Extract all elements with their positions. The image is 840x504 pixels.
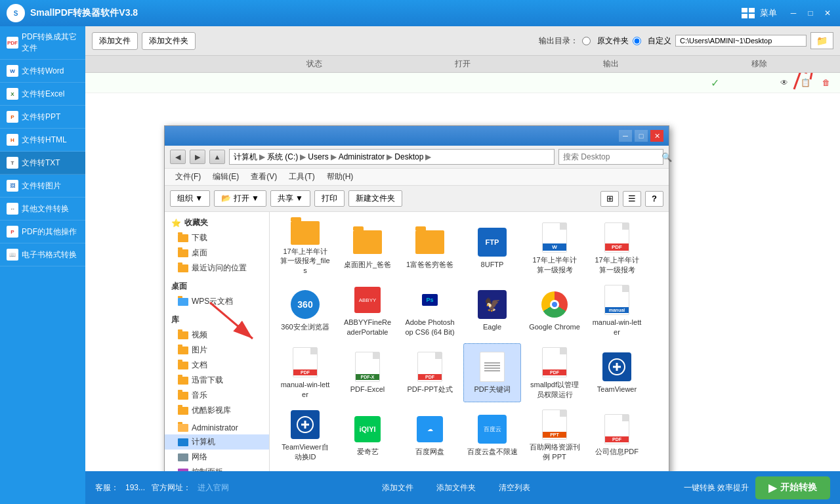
add-folder-toolbar-button[interactable]: 添加文件夹 — [142, 32, 196, 50]
radio-original-input[interactable] — [582, 37, 591, 45]
menu-help[interactable]: 帮助(H) — [322, 170, 359, 184]
menu-label[interactable]: 菜单 — [760, 7, 777, 19]
view-grid-button[interactable]: ⊞ — [600, 191, 619, 207]
menu-view[interactable]: 查看(V) — [245, 170, 282, 184]
pdf-icon: PDF — [601, 222, 633, 253]
list-item[interactable]: 1富爸爸穷爸爸 — [401, 219, 459, 278]
sidebar-item-youku[interactable]: 优酷影视库 — [165, 403, 269, 418]
start-convert-button[interactable]: ▶ 开始转换 — [755, 476, 830, 499]
list-item[interactable]: 🎬 屏幕录像专家 — [463, 468, 521, 471]
list-item[interactable]: 🦅 Eagle — [463, 281, 521, 340]
add-file-toolbar-button[interactable]: 添加文件 — [92, 32, 138, 50]
radio-custom[interactable]: 自定义 — [633, 35, 671, 47]
sidebar-item-pdf-convert[interactable]: PDF PDF转换成其它文件 — [0, 26, 85, 60]
sidebar-item-administrator[interactable]: Administrator — [165, 421, 269, 434]
list-item[interactable]: TeamViewer — [588, 343, 646, 402]
radio-original[interactable]: 原文件夹 — [582, 35, 629, 47]
list-item[interactable]: PDF PDF-PPT处式 — [401, 343, 459, 402]
dialog-maximize-button[interactable]: □ — [635, 130, 648, 142]
list-item[interactable]: 360 360安全浏览器 — [276, 281, 334, 340]
search-input[interactable] — [563, 152, 662, 161]
sidebar-item-desktop[interactable]: 桌面 — [165, 245, 269, 261]
sidebar-item-wps[interactable]: WPS云文档 — [165, 294, 269, 309]
favorites-label: 收藏夹 — [184, 217, 208, 228]
view-list-button[interactable]: ☰ — [623, 191, 641, 207]
back-button[interactable]: ◀ — [170, 150, 186, 164]
search-box[interactable]: 🔍 — [558, 149, 663, 165]
minimize-button[interactable]: ─ — [788, 7, 799, 19]
sidebar-item-video[interactable]: 视频 — [165, 327, 269, 343]
add-folder-bottom-button[interactable]: 添加文件夹 — [427, 479, 486, 497]
list-item[interactable]: PPT 百助网络资源刊例 PPT — [526, 406, 583, 465]
help-icon[interactable]: ? — [645, 191, 663, 207]
official-site-link[interactable]: 进入官网 — [198, 482, 229, 494]
sidebar-item-documents[interactable]: 文档 — [165, 358, 269, 373]
dialog-minimize-button[interactable]: ─ — [619, 130, 632, 142]
organize-button[interactable]: 组织 ▼ — [170, 190, 210, 207]
list-item[interactable]: PDF-X PDF-Excel — [339, 343, 396, 402]
sidebar-item-other[interactable]: ↔ 其他文件转换 — [0, 198, 85, 220]
open-button[interactable]: 📂 打开 ▼ — [214, 190, 266, 207]
list-item[interactable]: ☁ 百度网盘 — [401, 406, 459, 465]
list-item[interactable]: TeamViewer自动换ID — [276, 406, 334, 465]
browse-folder-button[interactable]: 📁 — [810, 32, 833, 49]
sidebar-item-word[interactable]: W 文件转Word — [0, 60, 85, 83]
list-item[interactable]: PDF 公司信息PDF — [588, 406, 646, 465]
list-item[interactable]: W 17年上半年计算一级报考 — [526, 219, 583, 278]
list-item[interactable]: 桌面图片_爸爸 — [339, 219, 396, 278]
list-item[interactable]: KPDF 金山PDF独立版 — [276, 468, 334, 471]
sidebar-item-downloads[interactable]: 下载 — [165, 230, 269, 245]
sidebar-item-excel[interactable]: X 文件转Excel — [0, 83, 85, 106]
sidebar-item-html[interactable]: H 文件转HTML — [0, 129, 85, 152]
sidebar-item-music[interactable]: 音乐 — [165, 388, 269, 403]
menu-tools[interactable]: 工具(T) — [284, 170, 320, 184]
new-folder-button[interactable]: 新建文件夹 — [348, 190, 402, 207]
list-item[interactable]: 🎵 酷狗音乐 — [339, 468, 396, 471]
radio-custom-input[interactable] — [633, 37, 641, 45]
list-item[interactable]: FTP 8UFTP — [463, 219, 521, 278]
menu-file[interactable]: 文件(F) — [170, 170, 206, 184]
sidebar-item-network[interactable]: 网络 — [165, 450, 269, 465]
breadcrumb-computer[interactable]: 计算机 — [234, 152, 257, 163]
list-item[interactable]: PDF smallpdf以管理员权限运行 — [526, 343, 583, 402]
dialog-close-button[interactable]: ✕ — [650, 130, 663, 142]
add-file-bottom-button[interactable]: 添加文件 — [372, 479, 423, 497]
manual-win-icon: manual — [601, 284, 633, 316]
maximize-button[interactable]: □ — [805, 7, 816, 19]
list-item[interactable]: PDF 17年上半年计算一级报考 — [588, 219, 646, 278]
sidebar-item-image[interactable]: 🖼 文件转图片 — [0, 175, 85, 198]
list-item[interactable]: PDF manual-win-letter — [276, 343, 334, 402]
breadcrumb-admin[interactable]: Administrator — [339, 152, 385, 161]
menu-edit[interactable]: 编辑(E) — [207, 170, 244, 184]
up-button[interactable]: ▲ — [209, 150, 225, 164]
clear-button[interactable]: 清空列表 — [489, 479, 540, 497]
file-name: smallpdf以管理员权限运行 — [529, 380, 580, 399]
sidebar-item-ebook[interactable]: 📖 电子书格式转换 — [0, 243, 85, 266]
sidebar-item-pictures[interactable]: 图片 — [165, 343, 269, 358]
sidebar-item-pdf-ops[interactable]: P PDF的其他操作 — [0, 220, 85, 243]
list-item[interactable]: Google Chrome — [526, 281, 583, 340]
list-item[interactable]: 📹 录屏视频 — [401, 468, 459, 471]
youku-label: 优酷影视库 — [192, 405, 231, 416]
breadcrumb-desktop[interactable]: Desktop — [394, 152, 423, 161]
list-item[interactable]: iQIYI 爱奇艺 — [339, 406, 396, 465]
sidebar-item-thunder[interactable]: 迅雷下载 — [165, 373, 269, 388]
breadcrumb[interactable]: 计算机 ▶ 系统 (C:) ▶ Users ▶ Administrator ▶ … — [229, 149, 555, 165]
list-item[interactable]: 百度云 百度云盘不限速 — [463, 406, 521, 465]
sidebar-item-txt[interactable]: T 文件转TXT — [0, 152, 85, 175]
sidebar-item-ppt[interactable]: P 文件转PPT — [0, 106, 85, 129]
list-item[interactable]: PDF关键词 — [463, 343, 521, 402]
list-item[interactable]: Ps Adobe Photoshop CS6 (64 Bit) — [401, 281, 459, 340]
sidebar-item-control-panel[interactable]: 控制面板 — [165, 465, 269, 471]
breadcrumb-drive[interactable]: 系统 (C:) — [267, 152, 298, 163]
close-button[interactable]: ✕ — [822, 7, 833, 19]
list-item[interactable]: ABBYY ABBYYFineReaderPortable — [339, 281, 396, 340]
print-button[interactable]: 打印 — [314, 190, 345, 207]
sidebar-item-recent[interactable]: 最近访问的位置 — [165, 261, 269, 276]
list-item[interactable]: manual manual-win-letter — [588, 281, 646, 340]
forward-button[interactable]: ▶ — [190, 150, 205, 164]
breadcrumb-users[interactable]: Users — [308, 152, 328, 161]
share-button[interactable]: 共享 ▼ — [270, 190, 310, 207]
list-item[interactable]: 17年上半年计算一级报考_files — [276, 219, 334, 278]
sidebar-item-computer[interactable]: 计算机 — [165, 434, 269, 450]
